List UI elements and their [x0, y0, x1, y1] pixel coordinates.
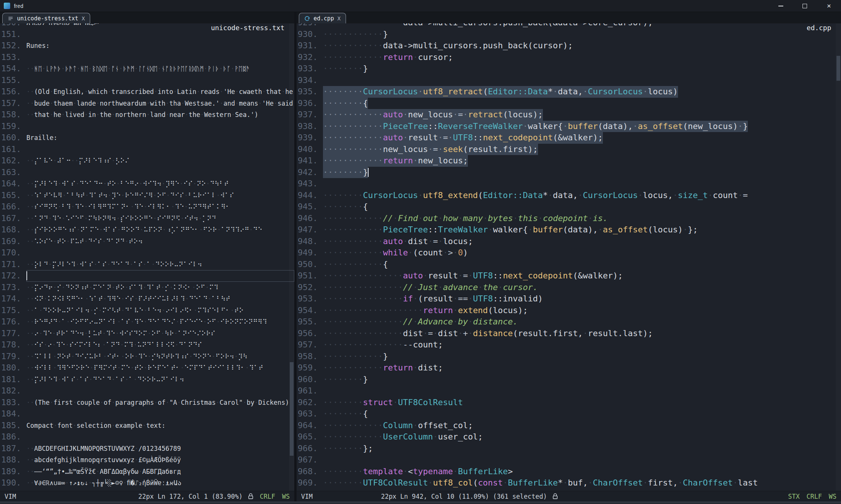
editor-line[interactable]: 173.··⡍⠔⠙⠖·⡊·⠙⠕⠝⠰⠞·⠍⠑⠁⠝·⠞⠕·⠎⠁⠹·⠹⠁⠞·⡊·⠅⠝⠪…: [0, 282, 294, 293]
editor-line[interactable]: 188.··abcdefghijklmnopqrstuvwxyz·£©µÀÆÖÞ…: [0, 454, 294, 466]
editor-line[interactable]: 170.: [0, 247, 294, 259]
editor-line[interactable]: 932.············return·cursor;: [297, 52, 841, 63]
editor-line[interactable]: 941.············return·new_locus;: [297, 155, 841, 167]
editor-line[interactable]: 187.··ABCDEFGHIJKLMNOPQRSTUVWXYZ·/012345…: [0, 443, 294, 455]
tab-ed-cpp[interactable]: ed.cpp X: [299, 13, 346, 23]
editor-line[interactable]: 158.··that·he·lived·in·the·northern·land…: [0, 109, 294, 121]
editor-line[interactable]: 184.: [0, 408, 294, 420]
editor-line[interactable]: 967.: [297, 454, 841, 466]
editor-line[interactable]: 936.········{: [297, 98, 841, 109]
editor-line[interactable]: 943.: [297, 178, 841, 190]
editor-line[interactable]: 962.········struct·UTF8ColResult: [297, 397, 841, 409]
editor-line[interactable]: 166.··⠎⠊⠛⠝⠫·⠃⠹·⠹⠑·⠊⠇⠻⠛⠹⠍⠁⠝⠂·⠹⠑·⠊⠇⠻⠅⠂·⠹⠑·…: [0, 201, 294, 213]
close-button[interactable]: ×: [817, 0, 841, 12]
editor-line[interactable]: 176.··⠗⠑⠛⠜⠙·⠁·⠊⠕⠋⠋⠔⠤⠝⠁⠊⠇·⠁⠎·⠹⠑·⠙⠑⠁⠙⠑⠌·⠏⠊…: [0, 316, 294, 328]
editor-line[interactable]: 169.··⠡⠕⠎⠑·⠞⠕·⠏⠥⠞·⠙⠊⠎·⠙⠁⠝⠙·⠞⠕⠲: [0, 236, 294, 247]
editor-line[interactable]: 950.············{: [297, 259, 841, 270]
editor-line[interactable]: 930.············}: [297, 29, 841, 40]
editor-line[interactable]: 164.··⡍⠜⠇⠑⠹·⠺⠁⠎·⠙⠑⠁⠙⠒·⠞⠕·⠃⠑⠛⠔·⠺⠊⠹⠲·⡹⠻⠑·⠊…: [0, 178, 294, 190]
editor-line[interactable]: 157.··bude·thaem·lande·northweardum·with…: [0, 98, 294, 109]
editor-line[interactable]: 959.············return·dist;: [297, 362, 841, 374]
editor-line[interactable]: 958.············}: [297, 351, 841, 363]
status-flag-crlf[interactable]: CRLF: [807, 493, 822, 500]
editor-line[interactable]: 163.: [0, 167, 294, 178]
editor-line[interactable]: 938.············PieceTree::ReverseTreeWa…: [297, 121, 841, 132]
editor-line[interactable]: 162.··⡌⠁⠧⠑·⠼⠁⠒··⡍⠜⠇⠑⠹⠰⠎·⡣⠕⠌: [0, 155, 294, 167]
editor-line[interactable]: 167.··⠁⠝⠙·⠹⠑·⠡⠊⠑⠋·⠍⠳⠗⠝⠻⠲·⡎⠊⠗⠕⠕⠛⠑·⠎⠊⠛⠝⠫·⠊…: [0, 213, 294, 224]
editor-line[interactable]: 956.················dist·=·dist·+·distan…: [297, 328, 841, 340]
editor-line[interactable]: 185.Compact·font·selection·example·text:: [0, 420, 294, 432]
editor-line[interactable]: 182.: [0, 385, 294, 397]
maximize-button[interactable]: [793, 0, 817, 12]
editor-line[interactable]: 159.: [0, 121, 294, 132]
editor-line[interactable]: 154.··ᚻᛖ·ᚳᚹᚫᚦ·ᚦᚫᛏ·ᚻᛖ·ᛒᚢᛞᛖ·ᚩᚾ·ᚦᚫᛗ·ᛚᚪᚾᛞᛖ·ᚾ…: [0, 63, 294, 75]
scrollbar-left[interactable]: [289, 23, 294, 491]
editor-line[interactable]: 152.Runes:: [0, 40, 294, 52]
tab-unicode-stress-txt[interactable]: unicode-stress.txt X: [2, 13, 90, 23]
scrollbar-thumb[interactable]: [836, 56, 840, 81]
editor-line[interactable]: 963.········{: [297, 408, 841, 420]
editor-line[interactable]: 172.: [0, 270, 294, 282]
editor-line[interactable]: 939.············auto·result·=·UTF8::next…: [297, 132, 841, 144]
editor-line[interactable]: 153.: [0, 52, 294, 63]
editor-line[interactable]: 945.········{: [297, 201, 841, 213]
status-flag-stx[interactable]: STX: [788, 493, 800, 500]
tab-close-icon[interactable]: X: [337, 15, 340, 22]
editor-line[interactable]: 171.··⡕⠇⠙·⡍⠜⠇⠑⠹·⠺⠁⠎·⠁⠎·⠙⠑⠁⠙·⠁⠎·⠁·⠙⠕⠕⠗⠤⠝⠁…: [0, 259, 294, 270]
lock-icon[interactable]: [248, 493, 254, 499]
editor-line[interactable]: 156.··(Old·English,·which·transcribed·in…: [0, 86, 294, 98]
editor-line[interactable]: 165.··⠱⠁⠞⠑⠧⠻·⠁⠃⠳⠞·⠹⠁⠞⠲·⡹⠑·⠗⠑⠛⠊⠌⠻·⠕⠋·⠙⠊⠎·…: [0, 190, 294, 201]
editor-line[interactable]: 160.Braille:: [0, 132, 294, 144]
editor-line[interactable]: 933.········}: [297, 63, 841, 75]
editor-line[interactable]: 960.········}: [297, 374, 841, 386]
scrollbar-right[interactable]: [836, 23, 841, 491]
editor-line[interactable]: 966.········};: [297, 443, 841, 455]
editor-line[interactable]: 175.··⠁·⠙⠕⠕⠗⠤⠝⠁⠊⠇⠲·⡊·⠍⠊⠣⠞·⠙⠁⠧⠑·⠃⠑⠲·⠔⠊⠇⠔⠫…: [0, 305, 294, 317]
editor-line[interactable]: 964.············Column·offset_col;: [297, 420, 841, 432]
editor-line[interactable]: 954.····················return·extend(lo…: [297, 305, 841, 317]
lock-icon[interactable]: [552, 493, 558, 499]
editor-line[interactable]: 948.············auto·dist·=·locus;: [297, 236, 841, 247]
cursor-position[interactable]: 22px Ln 942, Col 10 (11.09%) (361 select…: [381, 493, 547, 500]
editor-line[interactable]: 942.········}: [297, 167, 841, 178]
minimize-button[interactable]: [769, 0, 793, 12]
editor-line[interactable]: 951.················auto·result·=·UTF8::…: [297, 270, 841, 282]
editor-line[interactable]: 179.··⠩⠁⠇⠇·⠝⠕⠞·⠙⠊⠌⠥⠗⠃·⠊⠞⠂·⠕⠗·⠹⠑·⡊⠳⠝⠞⠗⠹⠰⠎…: [0, 351, 294, 363]
editor-line[interactable]: 955.················//·Advance·by·distan…: [297, 316, 841, 328]
editor-line[interactable]: 944.········CursorLocus·utf8_extend(Edit…: [297, 190, 841, 201]
editor-line[interactable]: 178.··⠊⠎·⠔·⠹⠑·⠎⠊⠍⠊⠇⠑⠆·⠁⠝⠙·⠍⠹·⠥⠝⠙⠁⠇⠇⠪⠫·⠙⠁…: [0, 339, 294, 351]
editor-line[interactable]: 935.········CursorLocus·utf8_retract(Edi…: [297, 86, 841, 98]
editor-line[interactable]: 949.············while·(count·>·0): [297, 247, 841, 259]
tab-close-icon[interactable]: X: [82, 15, 85, 22]
editor-line[interactable]: 190.··∀∂∈ℝ∧∪≡∞·↑↗↨↻⇣·┐┼╔╘░►☺♀·ﬁ�⑀₂ἠḂӥẄɐː…: [0, 477, 294, 489]
cursor-position[interactable]: 22px Ln 172, Col 1 (83.90%): [138, 493, 243, 500]
title-bar[interactable]: fred ×: [0, 0, 841, 12]
editor-line[interactable]: 168.··⡎⠊⠗⠕⠕⠛⠑⠰⠎·⠝⠁⠍⠑·⠺⠁⠎·⠛⠕⠕⠙·⠥⠏⠕⠝·⠰⡡⠁⠝⠛…: [0, 224, 294, 236]
editor-line[interactable]: 183.··(The·first·couple·of·paragraphs·of…: [0, 397, 294, 409]
editor-line[interactable]: 929.················data->multi_cursors.…: [297, 23, 841, 29]
editor-line[interactable]: 968.········template·<typename·BufferLik…: [297, 466, 841, 478]
editor-line[interactable]: 961.: [297, 385, 841, 397]
editor-line[interactable]: 181.··⡍⠜⠇⠑⠹·⠺⠁⠎·⠁⠎·⠙⠑⠁⠙·⠁⠎·⠁·⠙⠕⠕⠗⠤⠝⠁⠊⠇⠲: [0, 374, 294, 386]
editor-line[interactable]: 952.················//·Just·advance·the·…: [297, 282, 841, 293]
editor-line[interactable]: 155.: [0, 75, 294, 86]
editor-line[interactable]: 947.············PieceTree::TreeWalker·wa…: [297, 224, 841, 236]
scrollbar-thumb[interactable]: [290, 362, 294, 456]
editor-line[interactable]: 957.················--count;: [297, 339, 841, 351]
editor-line[interactable]: 931.············data->multi_cursors.push…: [297, 40, 841, 52]
editor-line[interactable]: 177.··⠔·⠹⠑·⠞⠗⠁⠙⠑⠲·⡃⠥⠞·⠹⠑·⠺⠊⠎⠙⠕⠍·⠕⠋·⠳⠗·⠁⠝…: [0, 328, 294, 340]
editor-line[interactable]: 189.··–—‘“”„†•…‰™œŠŸž€·ΑΒΓΔΩαβγδω·АБВГДа…: [0, 466, 294, 478]
editor-unicode-stress[interactable]: 150.እግርህን·በፍራሽህ·ልክ·ዘርጋ።151.152.Runes:153…: [0, 23, 294, 491]
status-flag-ws[interactable]: WS: [282, 493, 290, 500]
editor-line[interactable]: 940.············new_locus·=·seek(result.…: [297, 144, 841, 155]
status-flag-crlf[interactable]: CRLF: [260, 493, 275, 500]
editor-line[interactable]: 937.············auto·new_locus·=·retract…: [297, 109, 841, 121]
editor-line[interactable]: 186.: [0, 431, 294, 443]
editor-line[interactable]: 934.: [297, 75, 841, 86]
editor-line[interactable]: 965.············UserColumn·user_col;: [297, 431, 841, 443]
editor-line[interactable]: 161.: [0, 144, 294, 155]
editor-line[interactable]: 180.··⠺⠊⠇⠇·⠹⠻⠑⠋⠕⠗⠑·⠏⠻⠍⠊⠞·⠍⠑·⠞⠕·⠗⠑⠏⠑⠁⠞⠂·⠑…: [0, 362, 294, 374]
editor-line[interactable]: 969.········UTF8ColResult·utf8_col(const…: [297, 477, 841, 489]
editor-line[interactable]: 953.················if·(result·==·UTF8::…: [297, 293, 841, 305]
status-flag-ws[interactable]: WS: [829, 493, 836, 500]
